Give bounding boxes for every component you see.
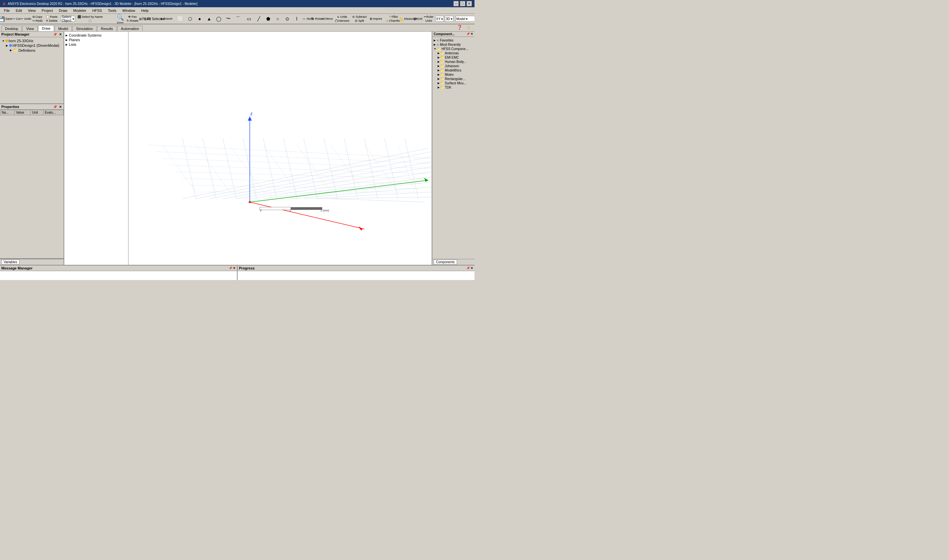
comp-antennas[interactable]: ▶ 📁 Antennas (434, 51, 473, 55)
delete-button[interactable]: ✕ Delete (45, 19, 59, 23)
defs-expand-arrow[interactable]: ▶ (10, 49, 13, 52)
msg-pin-btn[interactable]: 📌 (229, 266, 232, 270)
hfss-expand-arrow[interactable]: ▶ (6, 44, 9, 47)
save-button[interactable]: 💾 Save (1, 15, 10, 23)
model-tree-planes[interactable]: ▶ Planes (66, 38, 127, 42)
tab-simulation[interactable]: Simulation (72, 26, 97, 31)
comp-most-recently[interactable]: ▶ ★ Most Recently (434, 43, 473, 47)
select-icon-btn[interactable]: ⬚ (76, 19, 104, 23)
fit-selected-button[interactable]: ⊡ Fit Selected (149, 15, 159, 22)
lists-expand-icon[interactable]: ▶ (66, 43, 69, 46)
menu-draw[interactable]: Draw (56, 8, 70, 13)
tab-view[interactable]: View (22, 26, 38, 31)
copy-button[interactable]: ⧉ Copy (31, 15, 44, 19)
model-tree-lists[interactable]: ▶ Lists (66, 42, 127, 47)
menu-modeler[interactable]: Modeler (71, 8, 89, 13)
unite-button[interactable]: ⊎ Unite (334, 15, 351, 19)
mirror-button[interactable]: ⊣ Mirror (323, 15, 332, 23)
icon-btn-2[interactable] (105, 19, 114, 23)
emi-expand-icon[interactable]: ▶ (438, 56, 439, 59)
comp-molex[interactable]: ▶ 📁 Molex (434, 72, 473, 77)
horn-expand-arrow[interactable]: ▼ (2, 40, 5, 43)
ant-expand-icon[interactable]: ▶ (438, 52, 439, 55)
menu-window[interactable]: Window (120, 8, 138, 13)
minimize-button[interactable]: — (453, 1, 459, 6)
draw-rect-btn[interactable]: ▭ (245, 15, 254, 23)
prog-close-btn[interactable]: ✕ (471, 266, 473, 270)
redo-button[interactable]: ↪ Redo (31, 19, 44, 23)
tdk-expand-icon[interactable]: ▶ (438, 86, 439, 89)
viewport-3d[interactable]: 0 1 2 (mm) Z (128, 32, 432, 265)
mod-expand-icon[interactable]: ▶ (438, 69, 439, 72)
mol-expand-icon[interactable]: ▶ (438, 73, 439, 76)
components-tab-button[interactable]: Components (434, 260, 457, 265)
tab-automation[interactable]: Automation (117, 26, 143, 31)
comp-surface-mou[interactable]: ▶ 📁 Surface Mou... (434, 81, 473, 85)
prog-pin-btn[interactable]: 📌 (466, 266, 470, 270)
menu-file[interactable]: File (1, 8, 12, 13)
paste-button[interactable]: 📋 Paste (45, 15, 59, 19)
menu-view[interactable]: View (25, 8, 39, 13)
pan-button[interactable]: ✥ Pan (125, 15, 140, 19)
menu-edit[interactable]: Edit (13, 8, 25, 13)
project-tree-item-definitions[interactable]: ▶ 📁 Definitions (1, 48, 62, 53)
units-button[interactable]: Units (423, 19, 435, 23)
cut-button[interactable]: ✂ Cut (12, 15, 21, 23)
warning-icon-btn[interactable]: ⚠ (464, 23, 473, 31)
draw-ellipse-btn[interactable]: ⊙ (283, 15, 292, 23)
rotate-button[interactable]: ↻ Rotate (125, 19, 140, 23)
ruler-button[interactable]: ━ Ruler (423, 15, 435, 19)
select-by-name-button[interactable]: ⬛ Select by Name (76, 15, 104, 19)
props-close-button[interactable]: ✕ (59, 105, 62, 109)
menu-help[interactable]: Help (139, 8, 151, 13)
measure-button[interactable]: 📐 Measure ▾ (404, 15, 413, 23)
model-tree-coord[interactable]: ▶ Coordinate Systems (66, 33, 127, 38)
zoom-button[interactable]: 🔍 Zoom (116, 15, 125, 23)
menu-project[interactable]: Project (39, 8, 55, 13)
project-tree-item-hfss[interactable]: ▶ HFSSDesign1 (DrivenModal) (1, 43, 62, 48)
model-dropdown[interactable]: Model ▾ (455, 16, 474, 22)
imprint-button[interactable]: ⊠ Imprint (368, 17, 384, 21)
comp-tdk[interactable]: ▶ 📁 TDK (434, 85, 473, 89)
coord-expand-icon[interactable]: ▶ (66, 34, 69, 37)
subtract-button[interactable]: ⊖ Subtract (351, 15, 368, 19)
orient-button[interactable]: ◈ Orient ▾ (159, 17, 174, 21)
tab-model[interactable]: Model (55, 26, 72, 31)
icon-btn-1[interactable] (105, 15, 114, 19)
draw-polygon-btn[interactable]: ⬟ (263, 15, 273, 23)
draw-circle-btn[interactable]: ○ (273, 15, 282, 23)
project-tree-item-horn[interactable]: ▼ horn 25-33GHz (1, 38, 62, 43)
comp-favorites[interactable]: ▶ ★ Favorites (434, 38, 473, 43)
menu-tools[interactable]: Tools (105, 8, 119, 13)
threed-dropdown[interactable]: 3D ▾ (445, 16, 453, 22)
xy-dropdown[interactable]: XY ▾ (435, 16, 444, 22)
surf-expand-icon[interactable]: ▶ (438, 82, 439, 85)
undo-button[interactable]: ↩ Undo (22, 15, 31, 23)
hfss-comp-expand-icon[interactable]: ▼ (434, 48, 436, 51)
grid-button[interactable]: ⊞ Grid (413, 15, 422, 23)
props-pin-button[interactable]: 📌 (52, 105, 58, 109)
variables-tab-button[interactable]: Variables (1, 260, 20, 265)
torus-button[interactable]: ◯ (214, 15, 223, 23)
msg-close-btn[interactable]: ✕ (233, 266, 236, 270)
arc-button[interactable]: ⌒ (233, 15, 242, 23)
comp-human-body[interactable]: ▶ 📁 Human Body... (434, 60, 473, 64)
menu-hfss[interactable]: HFSS (89, 8, 105, 13)
pm-pin-button[interactable]: 📌 (52, 32, 58, 36)
comp-hfss[interactable]: ▼ 📁 HFSS Compone... (434, 47, 473, 51)
comp-emi[interactable]: ▶ 📁 EMI EMC (434, 55, 473, 60)
curve-button[interactable]: 〜 (224, 15, 233, 23)
rotate3d-button[interactable]: ↻ Rotate (313, 15, 322, 23)
close-button[interactable]: ✕ (467, 1, 472, 6)
component-close-btn[interactable]: ✕ (471, 32, 473, 36)
planes-expand-icon[interactable]: ▶ (66, 38, 69, 42)
split-button[interactable]: ⊟ Split (351, 19, 368, 23)
comp-modelithics[interactable]: ▶ 📁 Modelithics (434, 68, 473, 72)
tab-results[interactable]: Results (97, 26, 117, 31)
cylinder-button[interactable]: ⬡ (185, 15, 195, 23)
maximize-button[interactable]: □ (460, 1, 465, 6)
rect-expand-icon[interactable]: ▶ (438, 77, 439, 80)
comp-johanson[interactable]: ▶ 📁 Johanson (434, 64, 473, 68)
tab-desktop[interactable]: Desktop (1, 26, 22, 31)
recent-expand-icon[interactable]: ▶ (434, 43, 436, 46)
